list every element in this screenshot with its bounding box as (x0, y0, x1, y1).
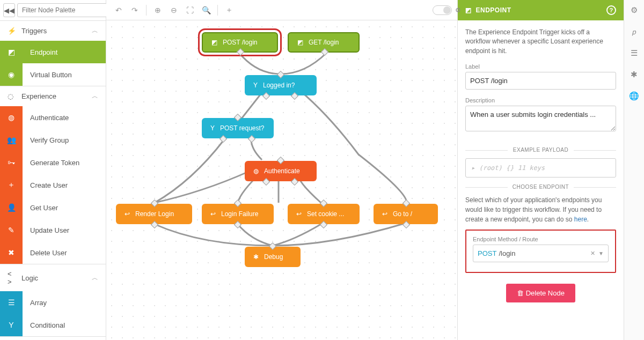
palette-item-delete-user[interactable]: ✖Delete User (0, 241, 106, 264)
palette-item-virtual-button[interactable]: ◉ Virtual Button (0, 63, 106, 86)
section-logic[interactable]: < > Logic ︿ (0, 264, 106, 291)
label-field-label: Label (465, 63, 616, 70)
palette-item-create-user[interactable]: ＋Create User (0, 174, 106, 196)
storage-icon[interactable]: ☰ (631, 48, 638, 58)
delete-user-icon: ✖ (0, 241, 23, 264)
canvas-toolbar: ↶ ↷ ⊕ ⊖ ⛶ 🔍 ＋ ⚙ (106, 0, 457, 20)
description-input[interactable]: When a user submits login credentials ..… (465, 106, 616, 131)
gear-icon[interactable]: ⚙ (631, 5, 638, 15)
add-button[interactable]: ＋ (222, 3, 236, 17)
palette-header: ◀◀ (0, 0, 106, 21)
node-post-login[interactable]: ◩POST /login (202, 32, 278, 53)
canvas-toggle[interactable]: ⚙ (433, 5, 452, 15)
reply-icon: ↩ (382, 210, 387, 218)
panel-header: ◩ ENDPOINT ? (458, 0, 624, 20)
node-post-request[interactable]: YPOST request? (202, 118, 274, 138)
section-title: Experience (21, 92, 56, 100)
reply-icon: ↩ (210, 210, 216, 218)
experience-icon: ◌ (8, 92, 17, 100)
branch-icon: Y (253, 82, 258, 89)
bug-icon[interactable]: ✱ (631, 70, 638, 79)
endpoint-icon: ◩ (211, 39, 217, 46)
chevron-down-icon[interactable]: ▼ (598, 250, 604, 256)
right-rail: ⚙ 𝘱 ☰ ✱ 🌐 (624, 0, 644, 340)
description-field-label: Description (465, 97, 616, 104)
group-icon: 👥 (0, 129, 23, 151)
palette-item-update-user[interactable]: ✎Update User (0, 219, 106, 241)
fit-button[interactable]: ⛶ (183, 3, 197, 17)
endpoint-selector-box: Endpoint Method / Route POST /login ✕ ▼ (465, 230, 616, 273)
zoom-out-button[interactable]: ⊖ (167, 3, 181, 17)
choose-endpoint-text: Select which of your application's endpo… (465, 195, 616, 224)
node-set-cookie[interactable]: ↩Set cookie ... (288, 204, 360, 224)
node-authenticate[interactable]: ◍Authenticate (245, 161, 317, 181)
palette-item-endpoint[interactable]: ◩ Endpoint (0, 41, 106, 63)
section-experience[interactable]: ◌ Experience ︿ (0, 86, 106, 106)
gear-icon: ⚙ (455, 6, 461, 14)
fingerprint-icon: ◍ (253, 167, 259, 175)
section-title: Triggers (21, 27, 47, 35)
update-user-icon: ✎ (0, 219, 23, 241)
palette-item-conditional[interactable]: YConditional (0, 314, 106, 336)
code-icon: < > (8, 270, 17, 286)
node-debug[interactable]: ✱Debug (245, 247, 301, 267)
node-login-failure[interactable]: ↩Login Failure (202, 204, 274, 224)
trash-icon: 🗑 (517, 289, 526, 297)
workflow-canvas-wrap: ↶ ↷ ⊕ ⊖ ⛶ 🔍 ＋ ⚙ (106, 0, 457, 340)
palette-item-verify-group[interactable]: 👥Verify Group (0, 129, 106, 151)
label-input[interactable] (465, 72, 616, 90)
node-properties-panel: ◩ ENDPOINT ? The Experience Endpoint Tri… (457, 0, 624, 340)
chevron-up-icon: ︿ (92, 92, 98, 101)
payload-preview[interactable]: ▸ (root) {} 11 keys (465, 158, 616, 178)
create-endpoint-link[interactable]: here (574, 216, 587, 223)
delete-node-button[interactable]: 🗑 Delete Node (506, 284, 575, 302)
palette-item-generate-token[interactable]: 🗝Generate Token (0, 151, 106, 174)
bug-icon: ✱ (253, 253, 259, 261)
section-title: Logic (21, 274, 38, 282)
bolt-icon: ⚡ (8, 27, 17, 35)
key-icon: 🗝 (0, 151, 23, 174)
add-user-icon: ＋ (0, 174, 23, 196)
help-icon[interactable]: ? (606, 5, 616, 15)
fingerprint-icon: ◍ (0, 106, 23, 129)
node-go-to[interactable]: ↩Go to / (374, 204, 438, 224)
array-icon: ☰ (0, 291, 23, 314)
endpoint-icon: ◩ (465, 6, 472, 14)
node-logged-in[interactable]: YLogged in? (245, 75, 317, 95)
choose-endpoint-heading: CHOOSE ENDPOINT (465, 184, 616, 190)
filter-palette-input[interactable] (17, 3, 107, 17)
reply-icon: ↩ (125, 210, 130, 218)
example-payload-heading: EXAMPLE PAYLOAD (465, 147, 616, 153)
palette-item-array[interactable]: ☰Array (0, 291, 106, 314)
endpoint-icon: ◩ (0, 41, 23, 63)
endpoint-select[interactable]: POST /login ✕ ▼ (473, 245, 609, 262)
branch-icon[interactable]: 𝘱 (632, 27, 636, 36)
palette-item-get-user[interactable]: 👤Get User (0, 196, 106, 219)
undo-button[interactable]: ↶ (112, 3, 126, 17)
panel-intro: The Experience Endpoint Trigger kicks of… (465, 28, 616, 56)
zoom-in-button[interactable]: ⊕ (151, 3, 165, 17)
workflow-canvas[interactable]: ◩POST /login ◩GET /login YLogged in? YPO… (106, 20, 457, 340)
virtual-button-icon: ◉ (0, 63, 23, 86)
get-user-icon: 👤 (0, 196, 23, 219)
node-get-login[interactable]: ◩GET /login (288, 32, 360, 53)
redo-button[interactable]: ↷ (128, 3, 142, 17)
palette-item-authenticate[interactable]: ◍Authenticate (0, 106, 106, 129)
panel-title: ENDPOINT (476, 6, 511, 14)
branch-icon: Y (210, 124, 215, 132)
clear-icon[interactable]: ✕ (587, 250, 598, 257)
search-button[interactable]: 🔍 (199, 3, 213, 17)
section-triggers[interactable]: ⚡ Triggers ︿ (0, 21, 106, 41)
endpoint-selector-label: Endpoint Method / Route (473, 236, 609, 242)
collapse-palette-button[interactable]: ◀◀ (3, 3, 15, 17)
globe-icon[interactable]: 🌐 (629, 91, 639, 101)
conditional-icon: Y (0, 314, 23, 336)
chevron-up-icon: ︿ (92, 274, 98, 283)
chevron-up-icon: ︿ (92, 26, 98, 35)
endpoint-icon: ◩ (297, 39, 303, 46)
node-palette: ◀◀ ⚡ Triggers ︿ ◩ Endpoint ◉ Virtual But… (0, 0, 106, 340)
node-render-login[interactable]: ↩Render Login (116, 204, 192, 224)
reply-icon: ↩ (296, 210, 302, 218)
